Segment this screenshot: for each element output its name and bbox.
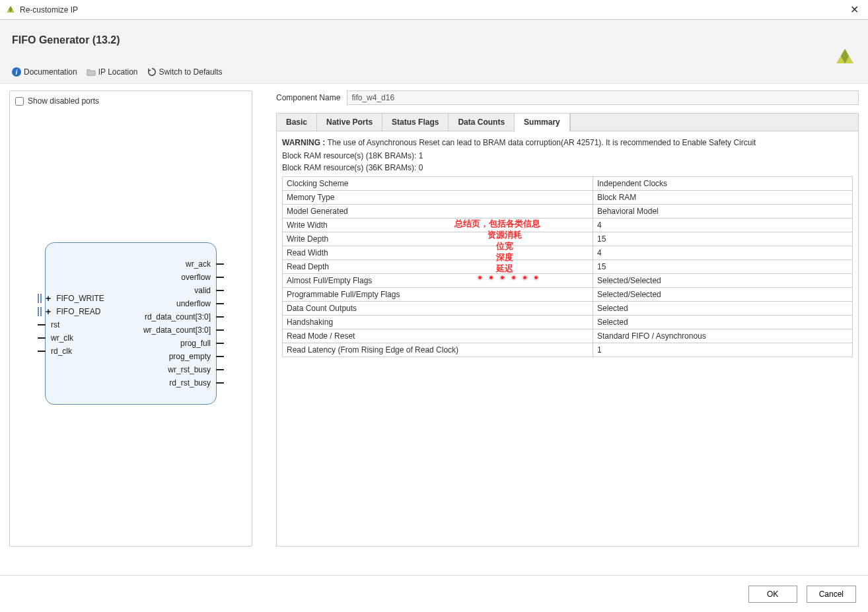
port-wr_clk: wr_clk: [52, 331, 104, 345]
summary-key: Memory Type: [283, 191, 593, 205]
port-wr_ack: wr_ack: [186, 257, 209, 271]
summary-value: Block RAM: [593, 191, 853, 205]
warning-line: WARNING : The use of Asynchronous Reset …: [282, 138, 853, 147]
port-rd_data_count30: rd_data_count[3:0]: [145, 310, 209, 323]
warning-prefix: WARNING :: [282, 138, 325, 147]
port-wr_rst_busy: wr_rst_busy: [168, 363, 209, 376]
port-label: rst: [51, 320, 59, 329]
dialog-footer: OK Cancel: [0, 575, 868, 612]
folder-icon: [87, 67, 96, 77]
table-row: Almost Full/Empty FlagsSelected/Selected: [283, 274, 853, 288]
summary-key: Write Width: [283, 219, 593, 232]
port-underflow: underflow: [176, 297, 209, 310]
port-stub-icon: [38, 324, 46, 325]
summary-value: 4: [593, 246, 853, 260]
summary-key: Write Depth: [283, 232, 593, 246]
tab-native-ports[interactable]: Native Ports: [317, 114, 382, 131]
summary-key: Handshaking: [283, 316, 593, 329]
ip-symbol-panel: Show disabled ports +FIFO_WRITE+FIFO_REA…: [9, 90, 252, 547]
title-bar: Re-customize IP ✕: [0, 0, 868, 20]
summary-value: Standard FIFO / Asynchronous: [593, 329, 853, 343]
vendor-logo-icon: [834, 46, 856, 71]
tab-filler: [570, 114, 858, 131]
summary-value: Independent Clocks: [593, 177, 853, 191]
port-label: rd_data_count[3:0]: [145, 312, 211, 322]
summary-key: Read Latency (From Rising Edge of Read C…: [283, 343, 593, 357]
port-label: wr_rst_busy: [168, 365, 211, 374]
port-label: FIFO_READ: [56, 307, 100, 316]
port-label: prog_empty: [169, 352, 211, 361]
tab-status-flags[interactable]: Status Flags: [382, 114, 449, 131]
summary-value: 15: [593, 260, 853, 274]
ip-title: FIFO Generator (13.2): [12, 34, 856, 46]
port-valid: valid: [194, 284, 209, 297]
port-stub-icon: [216, 303, 224, 304]
port-stub-icon: [38, 351, 46, 352]
table-row: Clocking SchemeIndependent Clocks: [283, 177, 853, 191]
port-overflow: overflow: [181, 271, 209, 284]
summary-value: 4: [593, 219, 853, 232]
port-stub-icon: [216, 382, 224, 384]
ip-block: +FIFO_WRITE+FIFO_READrstwr_clkrd_clk wr_…: [45, 242, 217, 405]
close-icon[interactable]: ✕: [846, 3, 863, 16]
table-row: Read Depth15: [283, 260, 853, 274]
summary-key: Clocking Scheme: [283, 177, 593, 191]
ip-location-link[interactable]: IP Location: [87, 67, 138, 77]
summary-value: Selected: [593, 302, 853, 316]
port-prog_full: prog_full: [180, 337, 209, 350]
bus-port-fifo_read[interactable]: +FIFO_READ: [52, 305, 104, 318]
tab-data-counts[interactable]: Data Counts: [449, 114, 515, 131]
show-disabled-ports-checkbox[interactable]: Show disabled ports: [15, 96, 246, 106]
tab-summary[interactable]: Summary: [515, 114, 570, 131]
app-icon: [5, 5, 16, 15]
port-prog_empty: prog_empty: [169, 350, 209, 363]
tab-basic[interactable]: Basic: [277, 114, 317, 131]
summary-value: 15: [593, 232, 853, 246]
port-stub-icon: [216, 343, 224, 344]
table-row: Write Width4: [283, 219, 853, 232]
bram-36k-line: Block RAM resource(s) (36K BRAMs): 0: [282, 163, 853, 172]
main-area: Show disabled ports +FIFO_WRITE+FIFO_REA…: [0, 84, 868, 553]
port-stub-icon: [216, 263, 224, 265]
table-row: Model GeneratedBehavioral Model: [283, 205, 853, 219]
ip-location-label: IP Location: [98, 67, 138, 77]
port-stub-icon: [216, 356, 224, 357]
summary-value: Behavioral Model: [593, 205, 853, 219]
table-row: Programmable Full/Empty FlagsSelected/Se…: [283, 288, 853, 302]
bus-icon: +: [52, 306, 54, 317]
summary-key: Read Depth: [283, 260, 593, 274]
port-label: underflow: [176, 299, 211, 308]
show-disabled-ports-input[interactable]: [15, 97, 24, 106]
component-name-row: Component Name: [276, 90, 859, 105]
component-name-input[interactable]: [347, 90, 859, 105]
summary-value: Selected: [593, 316, 853, 329]
switch-defaults-link[interactable]: Switch to Defaults: [147, 67, 223, 77]
port-stub-icon: [216, 290, 224, 291]
table-row: Memory TypeBlock RAM: [283, 191, 853, 205]
cancel-button[interactable]: Cancel: [807, 586, 856, 603]
summary-key: Read Width: [283, 246, 593, 260]
warning-text: The use of Asynchronous Reset can lead t…: [325, 138, 756, 147]
port-label: wr_ack: [186, 259, 211, 269]
port-label: valid: [194, 286, 211, 295]
port-label: wr_data_count[3:0]: [143, 325, 211, 335]
table-row: Write Depth15: [283, 232, 853, 246]
port-label: FIFO_WRITE: [56, 294, 104, 303]
summary-value: Selected/Selected: [593, 274, 853, 288]
component-name-label: Component Name: [276, 93, 340, 102]
summary-value: Selected/Selected: [593, 288, 853, 302]
bus-icon: +: [52, 293, 54, 304]
port-stub-icon: [216, 277, 224, 278]
info-icon: i: [12, 67, 21, 77]
bus-port-fifo_write[interactable]: +FIFO_WRITE: [52, 292, 104, 305]
documentation-link[interactable]: i Documentation: [12, 67, 77, 77]
summary-key: Data Count Outputs: [283, 302, 593, 316]
ok-button[interactable]: OK: [748, 586, 797, 603]
summary-key: Almost Full/Empty Flags: [283, 274, 593, 288]
config-panel: Component Name BasicNative PortsStatus F…: [276, 90, 859, 547]
summary-key: Programmable Full/Empty Flags: [283, 288, 593, 302]
port-label: rd_clk: [51, 347, 72, 356]
header: FIFO Generator (13.2) i Documentation IP…: [0, 20, 868, 84]
documentation-label: Documentation: [24, 67, 77, 77]
port-rd_clk: rd_clk: [52, 345, 104, 358]
